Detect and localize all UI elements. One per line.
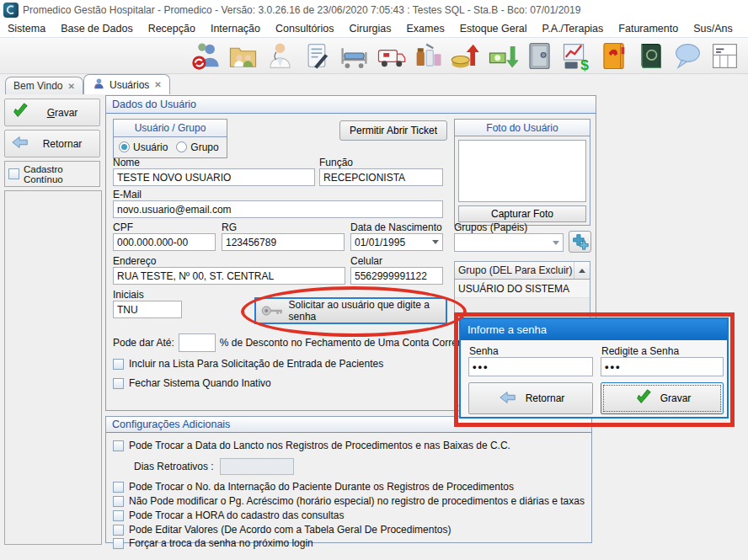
rg-input[interactable]: 123456789	[222, 233, 345, 251]
valores-checkbox[interactable]	[113, 525, 124, 536]
foto-usuario-panel: Foto do Usuário Capturar Foto	[454, 119, 590, 226]
pharmacy-stock-icon[interactable]	[413, 40, 444, 72]
cpf-input[interactable]: 000.000.000-00	[113, 233, 216, 251]
data-nascimento-input[interactable]: 01/01/1995	[350, 233, 443, 251]
cadastro-continuo-checkbox[interactable]	[8, 168, 19, 179]
hospital-bed-icon[interactable]	[339, 40, 370, 72]
fechar-inativo-row: Fechar Sistema Quando Inativo	[113, 377, 271, 389]
forcar-senha-checkbox[interactable]	[113, 538, 124, 549]
menu-item-sus-ans[interactable]: Sus/Ans	[686, 23, 740, 35]
add-group-icon	[572, 233, 589, 250]
cpf-label: CPF	[113, 221, 133, 233]
pode-dar-ate-label: Pode dar Até:	[113, 337, 174, 349]
patient-folders-icon[interactable]	[227, 40, 259, 72]
incluir-lista-row: Incluir na Lista Para Solicitação de Ent…	[113, 358, 383, 370]
users-sync-icon[interactable]	[190, 40, 222, 72]
user-icon	[92, 77, 104, 93]
tab-usuarios[interactable]: Usuários ✕	[83, 74, 170, 94]
cadastro-continuo-row: Cadastro Contínuo	[4, 161, 100, 187]
toolbar: $	[0, 37, 748, 74]
ledger-book-icon[interactable]	[635, 40, 666, 72]
valores-row: Pode Editar Valores (De Acordo com a Tab…	[113, 524, 451, 536]
iniciais-input[interactable]: TNU	[113, 301, 182, 318]
revenue-up-icon[interactable]	[450, 40, 481, 72]
finance-chart-icon[interactable]: $	[561, 40, 592, 72]
internacao-checkbox[interactable]	[113, 482, 124, 493]
senha-input[interactable]: •••	[468, 357, 593, 376]
endereco-input[interactable]: RUA TESTE, Nº 00, ST. CENTRAL	[113, 267, 345, 285]
grupo-list-empty-row	[455, 298, 590, 316]
safe-icon[interactable]	[524, 40, 555, 72]
incluir-lista-checkbox[interactable]	[113, 359, 124, 370]
add-group-button[interactable]	[569, 231, 591, 253]
tab-bem-vindo-label: Bem Vindo	[13, 80, 62, 92]
data-lancto-checkbox[interactable]	[113, 440, 124, 451]
menu-item-recepcao[interactable]: Recepção	[141, 23, 203, 35]
app-window: Promedico Gestão Hospitalar - Promedico …	[0, 0, 748, 560]
dropdown-arrow-icon[interactable]	[553, 241, 559, 245]
tab-bem-vindo[interactable]: Bem Vindo ✕	[5, 77, 83, 94]
prescription-icon[interactable]	[302, 40, 333, 72]
arrow-left-icon	[10, 133, 30, 154]
grupo-list-header[interactable]: Grupo (DEL Para Excluir)	[454, 261, 590, 280]
dialog-retornar-button[interactable]: Retornar	[468, 382, 593, 414]
menu-item-sistema[interactable]: Sistema	[0, 23, 53, 35]
funcao-label: Função	[319, 157, 353, 168]
payment-down-icon[interactable]	[487, 40, 518, 72]
hora-checkbox[interactable]	[113, 510, 124, 521]
menu-item-pa-terapias[interactable]: P.A./Terapias	[535, 23, 612, 35]
menu-item-estoque-geral[interactable]: Estoque Geral	[452, 23, 535, 35]
tab-close-icon[interactable]: ✕	[154, 80, 161, 89]
email-label: E-Mail	[113, 189, 142, 200]
funcao-input[interactable]: RECEPCIONISTA	[319, 168, 443, 186]
endereco-label: Endereço	[113, 255, 156, 267]
grupos-papeis-combo[interactable]	[454, 233, 564, 252]
chat-icon[interactable]	[672, 40, 703, 72]
desconto-suffix-label: % de Desconto no Fechamento de Uma Conta…	[220, 337, 472, 349]
arrow-left-icon	[497, 388, 519, 409]
menu-item-exames[interactable]: Exames	[399, 23, 452, 35]
dias-retroativos-input[interactable]	[220, 458, 294, 475]
window-title: Promedico Gestão Hospitalar - Promedico …	[23, 0, 580, 20]
sidebar-empty-panel	[4, 190, 102, 545]
desconto-input[interactable]	[179, 333, 216, 352]
senha-dialog-title: Informe a senha	[461, 319, 727, 340]
dados-usuario-header: Dados do Usuário	[106, 96, 596, 114]
menu-item-consultorios[interactable]: Consultórios	[268, 23, 341, 35]
menu-item-faturamento[interactable]: Faturamento	[611, 23, 686, 35]
report-form-icon[interactable]	[709, 40, 740, 72]
menu-item-cirurgias[interactable]: Cirurgias	[342, 23, 399, 35]
gravar-button[interactable]: Gravar	[4, 99, 100, 126]
tab-usuarios-label: Usuários	[110, 79, 149, 91]
desconto-row: Pode dar Até: % de Desconto no Fechament…	[113, 333, 472, 352]
radio-usuario[interactable]	[119, 141, 130, 152]
dropdown-arrow-icon[interactable]	[432, 240, 439, 244]
hora-row: Pode Trocar a HORA do cadastro das consu…	[113, 509, 344, 521]
ambulance-icon[interactable]	[376, 40, 407, 72]
radio-usuario-label: Usuário	[133, 141, 168, 153]
phone-directory-icon[interactable]	[598, 40, 629, 72]
foto-usuario-header: Foto do Usuário	[455, 120, 590, 136]
title-bar: Promedico Gestão Hospitalar - Promedico …	[0, 0, 748, 20]
configuracoes-adicionais-panel: Configurações Adicionais Pode Trocar a D…	[105, 416, 592, 543]
tab-close-icon[interactable]: ✕	[67, 82, 74, 91]
retornar-button[interactable]: Retornar	[4, 130, 100, 157]
acrescimo-checkbox[interactable]	[113, 496, 124, 507]
doctor-icon[interactable]	[264, 40, 296, 72]
celular-input[interactable]: 5562999991122	[350, 267, 443, 285]
fechar-inativo-checkbox[interactable]	[113, 378, 124, 389]
gravar-label: Gravar	[30, 107, 94, 119]
sort-asc-icon[interactable]	[574, 262, 590, 279]
dialog-gravar-button[interactable]: Gravar	[601, 382, 724, 414]
capturar-foto-button[interactable]: Capturar Foto	[458, 205, 586, 222]
radio-grupo[interactable]	[176, 141, 187, 152]
menu-item-caixa[interactable]: Caixa	[740, 23, 748, 35]
nome-input[interactable]: TESTE NOVO USUARIO	[113, 168, 315, 186]
grupo-list-row[interactable]: USUÁRIO DO SISTEMA	[455, 280, 590, 298]
solicitar-senha-button[interactable]: Solicitar ao usuário que digite a senha	[254, 297, 447, 324]
menu-item-internacao[interactable]: Internação	[203, 23, 268, 35]
email-input[interactable]: novo.usuario@email.com	[113, 200, 443, 218]
redigite-senha-input[interactable]: •••	[601, 357, 724, 376]
permitir-abrir-ticket-button[interactable]: Permitir Abrir Ticket	[339, 120, 447, 141]
menu-item-base-de-dados[interactable]: Base de Dados	[53, 23, 140, 35]
